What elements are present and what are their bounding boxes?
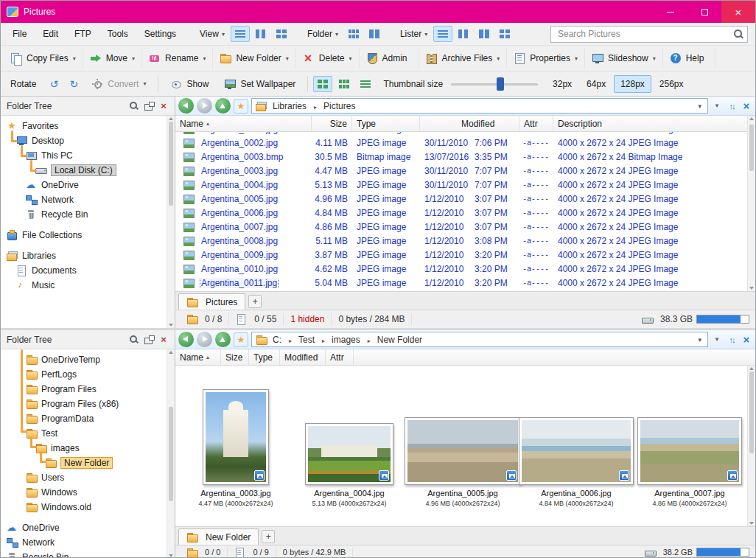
file-row[interactable]: Argentina_0004.jpg 5.13 MB JPEG image 30… xyxy=(175,178,747,192)
scroll-up-arrow[interactable] xyxy=(749,367,754,370)
up-button[interactable] xyxy=(215,98,231,114)
toolbar-button[interactable]: Properties ▾ xyxy=(507,48,585,69)
scroll-thumb[interactable] xyxy=(749,372,754,453)
file-row[interactable]: Argentina_0005.jpg 4.96 MB JPEG image 1/… xyxy=(175,192,747,206)
thumb-grid-button[interactable] xyxy=(313,76,332,92)
file-row[interactable]: Argentina_0011.jpg 5.04 MB JPEG image 1/… xyxy=(175,276,747,290)
menu-item[interactable]: Settings xyxy=(137,25,183,43)
tree-item[interactable]: File Collections xyxy=(1,228,167,243)
menu-item[interactable]: File xyxy=(5,25,34,43)
rotate-left-button[interactable]: ↺ xyxy=(45,75,63,93)
file-row[interactable]: Argentina_0006.jpg 4.84 MB JPEG image 1/… xyxy=(175,206,747,220)
breadcrumb[interactable]: LibrariesPictures ▾ xyxy=(251,98,708,114)
new-tab-button[interactable]: + xyxy=(248,295,262,308)
file-row[interactable]: Argentina_0010.jpg 4.62 MB JPEG image 1/… xyxy=(175,262,747,276)
tree-scrollbar-top[interactable] xyxy=(167,116,175,328)
tree-scrollbar-bottom[interactable] xyxy=(167,349,175,558)
thumb-grid-small-button[interactable] xyxy=(335,76,354,92)
filter-icon[interactable]: ▼ xyxy=(711,100,723,113)
tree-item[interactable]: Network xyxy=(1,192,167,207)
lister-layout-1-button[interactable] xyxy=(433,26,452,42)
set-wallpaper-button[interactable]: Set Wallpaper xyxy=(217,74,302,94)
thumbnail-size-button[interactable]: 128px xyxy=(614,75,651,93)
lister-layout-2-button[interactable] xyxy=(454,26,473,42)
rotate-right-button[interactable]: ↻ xyxy=(65,75,83,93)
tree-item[interactable]: images xyxy=(1,441,167,456)
breadcrumb-segment[interactable]: Libraries xyxy=(269,101,310,111)
tree-item[interactable]: Test xyxy=(1,426,167,441)
scroll-down-arrow[interactable] xyxy=(169,554,173,557)
breadcrumb-dropdown-icon[interactable]: ▾ xyxy=(696,102,704,110)
thumbnail-size-button[interactable]: 256px xyxy=(653,75,690,93)
file-row[interactable]: Argentina_0008.jpg 5.11 MB JPEG image 1/… xyxy=(175,234,747,248)
toolbar-button[interactable]: New Folder ▾ xyxy=(213,48,295,69)
column-header-type[interactable]: Type xyxy=(249,349,280,365)
detach-icon[interactable] xyxy=(144,101,154,111)
back-button[interactable] xyxy=(178,98,194,114)
scroll-up-arrow[interactable] xyxy=(169,117,173,120)
lister-layout-4-button[interactable] xyxy=(495,26,514,42)
thumbnail-item[interactable]: Argentina_0005.jpg 4.96 MB (4000x2672x24… xyxy=(408,417,517,507)
file-row[interactable]: Argentina_0002.jpg 4.11 MB JPEG image 30… xyxy=(175,136,747,150)
toolbar-button[interactable]: Delete ▾ xyxy=(296,48,360,69)
favorites-button[interactable] xyxy=(234,332,248,347)
lister-menu-button[interactable]: Lister xyxy=(393,25,432,43)
forward-button[interactable] xyxy=(197,98,212,114)
menu-item[interactable]: FTP xyxy=(67,25,99,43)
maximize-button[interactable] xyxy=(687,1,721,23)
breadcrumb-dropdown-icon[interactable]: ▾ xyxy=(696,336,704,343)
tree-item[interactable]: Recycle Bin xyxy=(1,207,167,222)
scroll-up-arrow[interactable] xyxy=(749,117,754,120)
file-list-scrollbar[interactable] xyxy=(747,116,755,291)
tree-item[interactable]: Desktop xyxy=(1,133,167,148)
scroll-track[interactable] xyxy=(748,372,755,520)
tree-item[interactable]: OneDrive xyxy=(1,520,167,535)
tree-item[interactable]: PerfLogs xyxy=(1,367,167,382)
search-input[interactable] xyxy=(550,26,748,43)
close-panel-icon[interactable]: × xyxy=(158,335,169,345)
tree-item[interactable]: Program Files xyxy=(1,382,167,397)
toolbar-button[interactable]: Rename ▾ xyxy=(142,48,213,69)
breadcrumb-segment[interactable]: Pictures xyxy=(310,101,359,111)
show-button[interactable]: Show xyxy=(164,74,215,94)
swap-panes-icon[interactable]: ↑↓ xyxy=(726,333,738,346)
file-row[interactable]: Argentina_0009.jpg 3.87 MB JPEG image 1/… xyxy=(175,248,747,262)
thumbnail-item[interactable]: Argentina_0006.jpg 4.84 MB (4000x2672x24… xyxy=(522,417,631,507)
toolbar-button[interactable]: Copy Files ▾ xyxy=(4,48,83,69)
up-button[interactable] xyxy=(215,332,231,347)
scroll-thumb[interactable] xyxy=(749,125,754,170)
swap-panes-icon[interactable]: ↑↓ xyxy=(726,100,738,113)
thumbnail-scrollbar[interactable] xyxy=(747,366,755,526)
close-pane-icon[interactable]: × xyxy=(741,100,752,113)
scroll-thumb[interactable] xyxy=(169,122,173,206)
scroll-up-arrow[interactable] xyxy=(169,351,173,354)
favorites-button[interactable] xyxy=(234,99,248,114)
minimize-button[interactable] xyxy=(654,1,687,23)
scroll-track[interactable] xyxy=(167,122,175,322)
column-header-modified[interactable]: Modified xyxy=(420,116,519,131)
scroll-down-arrow[interactable] xyxy=(749,522,754,525)
column-header-modified[interactable]: Modified xyxy=(280,349,326,365)
toolbar-button[interactable]: Archive Files ▾ xyxy=(419,48,508,69)
search-icon[interactable] xyxy=(129,101,139,111)
menu-item[interactable]: Edit xyxy=(35,25,66,43)
view-menu-button[interactable]: View xyxy=(192,25,229,43)
thumbnail-item[interactable]: Argentina_0003.jpg 4.47 MB (4000x2672x24… xyxy=(181,389,290,507)
tab-pictures[interactable]: Pictures xyxy=(178,293,245,310)
thumbnail-item[interactable]: Argentina_0004.jpg 5.13 MB (4000x2672x24… xyxy=(295,423,404,507)
file-row[interactable]: Argentina_0003.jpg 4.47 MB JPEG image 30… xyxy=(175,164,747,178)
tab-new-folder[interactable]: New Folder xyxy=(178,529,259,545)
breadcrumb-segment[interactable]: images xyxy=(318,335,364,345)
back-button[interactable] xyxy=(178,332,194,347)
tree-item[interactable]: Windows xyxy=(1,485,167,500)
column-header-type[interactable]: Type xyxy=(352,116,420,131)
convert-button[interactable]: Convert ▾ xyxy=(85,74,153,94)
breadcrumb-segment[interactable]: Test xyxy=(285,335,318,345)
breadcrumb-segment[interactable]: New Folder xyxy=(364,335,426,345)
view-details-button[interactable] xyxy=(231,26,250,42)
file-row[interactable]: Argentina_0003.bmp 30.5 MB Bitmap image … xyxy=(175,150,747,164)
column-header-name[interactable]: Name▴ xyxy=(175,116,312,131)
folder-menu-button[interactable]: Folder xyxy=(300,25,343,43)
toolbar-button[interactable]: Slideshow ▾ xyxy=(585,48,663,69)
scroll-down-arrow[interactable] xyxy=(169,324,173,327)
